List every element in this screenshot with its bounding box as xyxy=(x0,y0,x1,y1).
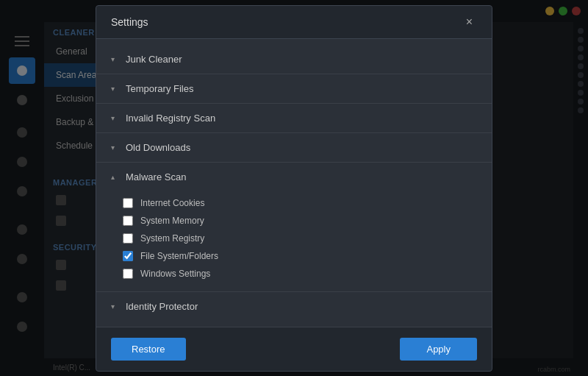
windows-settings-item[interactable]: Windows Settings xyxy=(123,265,492,283)
modal-overlay: Settings × ▾ Junk Cleaner ▾ Temporary Fi… xyxy=(0,0,588,376)
temporary-files-label: Temporary Files xyxy=(126,83,193,94)
invalid-registry-section: ▾ Invalid Registry Scan xyxy=(96,104,492,133)
settings-dialog: Settings × ▾ Junk Cleaner ▾ Temporary Fi… xyxy=(96,5,492,372)
system-registry-label: System Registry xyxy=(140,233,204,244)
system-memory-label: System Memory xyxy=(140,216,204,226)
malware-scan-content: Internet Cookies System Memory System Re… xyxy=(96,191,492,291)
identity-protector-label: Identity Protector xyxy=(126,301,198,312)
dialog-footer: Restore Apply xyxy=(96,327,492,371)
temporary-files-arrow: ▾ xyxy=(111,85,120,93)
junk-cleaner-section: ▾ Junk Cleaner xyxy=(96,45,492,74)
invalid-registry-header[interactable]: ▾ Invalid Registry Scan xyxy=(96,104,492,132)
invalid-registry-label: Invalid Registry Scan xyxy=(126,113,215,124)
windows-settings-label: Windows Settings xyxy=(140,269,210,279)
internet-cookies-label: Internet Cookies xyxy=(140,198,204,208)
apply-button[interactable]: Apply xyxy=(400,338,477,361)
file-system-item[interactable]: File System/Folders xyxy=(123,247,492,265)
junk-cleaner-label: Junk Cleaner xyxy=(126,54,182,65)
junk-cleaner-header[interactable]: ▾ Junk Cleaner xyxy=(96,45,492,74)
identity-protector-arrow: ▾ xyxy=(111,302,120,311)
malware-scan-header[interactable]: ▴ Malware Scan xyxy=(96,163,492,191)
internet-cookies-checkbox[interactable] xyxy=(123,198,133,208)
file-system-label: File System/Folders xyxy=(140,251,218,261)
malware-scan-label: Malware Scan xyxy=(126,171,186,182)
dialog-header: Settings × xyxy=(96,6,492,39)
temporary-files-header[interactable]: ▾ Temporary Files xyxy=(96,74,492,103)
old-downloads-header[interactable]: ▾ Old Downloads xyxy=(96,133,492,162)
invalid-registry-arrow: ▾ xyxy=(111,114,120,122)
system-memory-item[interactable]: System Memory xyxy=(123,212,492,230)
old-downloads-arrow: ▾ xyxy=(111,143,120,152)
file-system-checkbox[interactable] xyxy=(123,251,133,261)
windows-settings-checkbox[interactable] xyxy=(123,269,133,279)
system-memory-checkbox[interactable] xyxy=(123,216,133,226)
old-downloads-section: ▾ Old Downloads xyxy=(96,133,492,163)
dialog-title: Settings xyxy=(111,16,148,28)
dialog-body: ▾ Junk Cleaner ▾ Temporary Files ▾ Inval… xyxy=(96,39,492,327)
restore-button[interactable]: Restore xyxy=(111,338,186,361)
system-registry-item[interactable]: System Registry xyxy=(123,230,492,247)
malware-scan-section: ▴ Malware Scan Internet Cookies System M… xyxy=(96,163,492,292)
identity-protector-section: ▾ Identity Protector xyxy=(96,292,492,321)
system-registry-checkbox[interactable] xyxy=(123,233,133,244)
temporary-files-section: ▾ Temporary Files xyxy=(96,74,492,104)
dialog-close-button[interactable]: × xyxy=(462,15,477,29)
internet-cookies-item[interactable]: Internet Cookies xyxy=(123,194,492,212)
malware-scan-arrow: ▴ xyxy=(111,173,120,181)
old-downloads-label: Old Downloads xyxy=(126,142,190,153)
junk-cleaner-arrow: ▾ xyxy=(111,55,120,63)
identity-protector-header[interactable]: ▾ Identity Protector xyxy=(96,292,492,321)
